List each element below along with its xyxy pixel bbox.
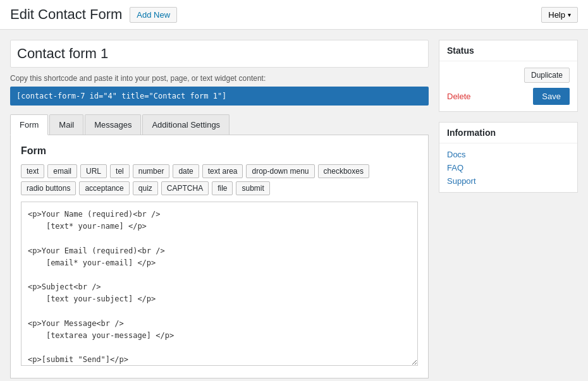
information-widget-body: DocsFAQSupport — [439, 143, 577, 192]
duplicate-button[interactable]: Duplicate — [524, 68, 570, 83]
tag-button-tel[interactable]: tel — [110, 164, 130, 178]
tag-button-CAPTCHA[interactable]: CAPTCHA — [161, 181, 209, 195]
tag-button-email[interactable]: email — [47, 164, 77, 178]
tag-button-text-area[interactable]: text area — [202, 164, 243, 178]
tab-additional-settings[interactable]: Additional Settings — [142, 114, 230, 135]
tag-button-radio-buttons[interactable]: radio buttons — [21, 181, 76, 195]
form-tab-panel: Form textemailURLtelnumberdatetext aread… — [10, 135, 429, 378]
tag-button-submit[interactable]: submit — [236, 181, 269, 195]
status-widget-title: Status — [439, 40, 577, 61]
duplicate-row: Duplicate — [447, 68, 570, 83]
tag-button-quiz[interactable]: quiz — [133, 181, 158, 195]
add-new-button[interactable]: Add New — [130, 7, 177, 23]
code-editor[interactable] — [21, 202, 418, 366]
status-widget-body: Duplicate Delete Save — [439, 61, 577, 111]
information-widget-title: Information — [439, 123, 577, 143]
tab-form[interactable]: Form — [10, 114, 48, 135]
tag-button-text[interactable]: text — [21, 164, 44, 178]
delete-save-row: Delete Save — [447, 88, 570, 105]
right-panel: Status Duplicate Delete Save Information… — [439, 40, 578, 378]
tag-button-acceptance[interactable]: acceptance — [79, 181, 129, 195]
top-bar-left: Edit Contact Form Add New — [10, 6, 177, 23]
form-title-input[interactable] — [10, 40, 429, 68]
help-button[interactable]: Help ▾ — [541, 7, 578, 23]
tag-button-file[interactable]: file — [212, 181, 233, 195]
main-content: Copy this shortcode and paste it into yo… — [0, 30, 588, 381]
help-label: Help — [548, 10, 565, 20]
info-link-faq[interactable]: FAQ — [447, 163, 570, 172]
info-links-container: DocsFAQSupport — [447, 150, 570, 186]
tab-messages[interactable]: Messages — [85, 114, 141, 135]
tag-buttons-container: textemailURLtelnumberdatetext areadrop-d… — [21, 164, 418, 195]
tab-mail[interactable]: Mail — [49, 114, 83, 135]
shortcode-label: Copy this shortcode and paste it into yo… — [10, 74, 429, 83]
tag-button-number[interactable]: number — [133, 164, 170, 178]
tag-button-drop-down-menu[interactable]: drop-down menu — [246, 164, 314, 178]
shortcode-box[interactable]: [contact-form-7 id="4" title="Contact fo… — [10, 87, 429, 106]
tabs: Form Mail Messages Additional Settings — [10, 114, 429, 135]
chevron-down-icon: ▾ — [568, 11, 571, 18]
delete-link[interactable]: Delete — [447, 92, 471, 101]
status-widget: Status Duplicate Delete Save — [439, 40, 578, 112]
tag-button-checkboxes[interactable]: checkboxes — [318, 164, 369, 178]
page-title: Edit Contact Form — [10, 6, 122, 23]
info-link-docs[interactable]: Docs — [447, 150, 570, 159]
left-panel: Copy this shortcode and paste it into yo… — [10, 40, 429, 378]
information-widget: Information DocsFAQSupport — [439, 122, 578, 193]
top-bar: Edit Contact Form Add New Help ▾ — [0, 0, 588, 30]
form-panel-title: Form — [21, 145, 418, 157]
tag-button-date[interactable]: date — [173, 164, 199, 178]
info-link-support[interactable]: Support — [447, 176, 570, 186]
save-button[interactable]: Save — [533, 88, 570, 105]
tag-button-URL[interactable]: URL — [80, 164, 107, 178]
